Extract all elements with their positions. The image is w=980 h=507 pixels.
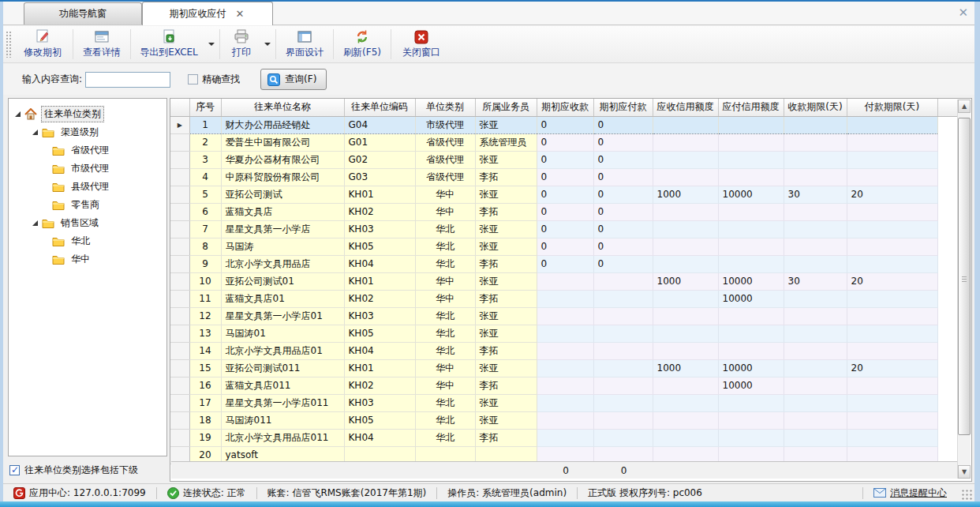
column-header[interactable]: 单位类别 (415, 99, 475, 116)
table-cell[interactable] (537, 359, 593, 377)
tree-node-provincial-agent[interactable]: 省级代理 (9, 141, 166, 160)
table-cell[interactable] (847, 411, 937, 429)
row-indicator[interactable] (170, 377, 189, 394)
table-cell[interactable]: 9 (189, 255, 221, 272)
table-cell[interactable] (718, 168, 784, 186)
table-cell[interactable] (718, 342, 784, 359)
table-cell[interactable] (784, 411, 847, 429)
table-cell[interactable]: 1000 (653, 359, 718, 377)
row-indicator[interactable]: ▶ (170, 116, 189, 133)
table-cell[interactable]: KH04 (344, 429, 415, 446)
table-cell[interactable]: 亚拓公司测试 (221, 186, 344, 203)
table-cell[interactable]: KH01 (344, 186, 415, 203)
table-cell[interactable]: 蓝猫文具店 (221, 203, 344, 220)
table-cell[interactable]: 马国涛011 (221, 411, 344, 429)
row-indicator[interactable] (170, 186, 189, 203)
table-cell[interactable] (718, 429, 784, 446)
table-cell[interactable]: 张亚 (475, 272, 537, 290)
table-cell[interactable]: 30 (784, 272, 847, 290)
table-cell[interactable]: KH01 (344, 359, 415, 377)
column-header[interactable]: 期初应付款 (593, 99, 653, 116)
table-cell[interactable] (718, 411, 784, 429)
table-cell[interactable] (593, 377, 653, 394)
table-cell[interactable] (653, 377, 718, 394)
table-cell[interactable]: 李拓 (475, 377, 537, 394)
table-cell[interactable] (537, 325, 593, 342)
table-cell[interactable] (847, 290, 937, 307)
table-cell[interactable]: 蓝猫文具店01 (221, 290, 344, 307)
message-center-item[interactable]: 消息提醒中心 (862, 487, 957, 499)
row-indicator[interactable] (170, 255, 189, 272)
table-cell[interactable]: KH02 (344, 290, 415, 307)
table-cell[interactable] (718, 307, 784, 325)
print-button[interactable]: 打印 (220, 26, 263, 62)
column-header[interactable]: 应付信用额度 (718, 99, 784, 116)
table-cell[interactable]: 17 (189, 394, 221, 411)
table-cell[interactable]: 10000 (718, 359, 784, 377)
row-indicator[interactable] (170, 220, 189, 238)
table-cell[interactable] (847, 203, 937, 220)
table-cell[interactable]: 李拓 (475, 255, 537, 272)
table-cell[interactable] (784, 151, 847, 168)
column-header[interactable]: 序号 (189, 99, 221, 116)
search-input[interactable] (85, 72, 170, 88)
table-cell[interactable] (718, 255, 784, 272)
table-cell[interactable]: 4 (189, 168, 221, 186)
table-cell[interactable]: 华中 (415, 290, 475, 307)
table-cell[interactable]: 蓝猫文具店011 (221, 377, 344, 394)
table-cell[interactable]: 北京小学文具用品店 (221, 255, 344, 272)
table-cell[interactable] (784, 342, 847, 359)
table-cell[interactable]: 10000 (718, 272, 784, 290)
table-cell[interactable]: KH05 (344, 238, 415, 255)
row-indicator[interactable] (170, 325, 189, 342)
table-cell[interactable]: 华北 (415, 342, 475, 359)
table-cell[interactable]: G02 (344, 151, 415, 168)
table-cell[interactable]: 0 (593, 186, 653, 203)
table-cell[interactable]: 华中 (415, 377, 475, 394)
table-cell[interactable]: 16 (189, 377, 221, 394)
table-cell[interactable] (718, 151, 784, 168)
table-cell[interactable]: 13 (189, 325, 221, 342)
table-cell[interactable] (847, 168, 937, 186)
table-cell[interactable]: G01 (344, 133, 415, 151)
table-cell[interactable]: 李拓 (475, 342, 537, 359)
table-cell[interactable] (784, 255, 847, 272)
table-cell[interactable]: 14 (189, 342, 221, 359)
table-cell[interactable] (653, 290, 718, 307)
table-cell[interactable]: 0 (537, 220, 593, 238)
table-cell[interactable]: 0 (537, 116, 593, 133)
table-cell[interactable]: 3 (189, 151, 221, 168)
table-cell[interactable] (537, 394, 593, 411)
table-cell[interactable] (847, 151, 937, 168)
row-indicator[interactable] (170, 307, 189, 325)
table-cell[interactable] (653, 429, 718, 446)
table-cell[interactable]: 华北 (415, 411, 475, 429)
table-cell[interactable]: 北京小学文具用品店011 (221, 429, 344, 446)
table-cell[interactable] (653, 203, 718, 220)
table-cell[interactable]: 1000 (653, 186, 718, 203)
print-dropdown-caret[interactable] (264, 43, 271, 46)
table-cell[interactable] (718, 116, 784, 133)
table-cell[interactable] (718, 325, 784, 342)
table-cell[interactable] (847, 342, 937, 359)
table-cell[interactable] (784, 307, 847, 325)
table-cell[interactable] (847, 307, 937, 325)
table-cell[interactable] (593, 307, 653, 325)
table-cell[interactable] (784, 238, 847, 255)
table-cell[interactable] (537, 290, 593, 307)
table-row[interactable]: 2爱普生中国有限公司G01省级代理系统管理员00 (170, 133, 958, 151)
tree-node-central-china[interactable]: 华中 (9, 250, 166, 269)
table-cell[interactable]: 省级代理 (415, 133, 475, 151)
modify-initial-button[interactable]: 修改期初 (13, 26, 73, 62)
column-header[interactable]: 所属业务员 (475, 99, 537, 116)
table-cell[interactable]: KH03 (344, 394, 415, 411)
table-cell[interactable]: 华中 (415, 272, 475, 290)
table-cell[interactable]: 星星文具第一小学店01 (221, 307, 344, 325)
table-row[interactable]: 12星星文具第一小学店01KH03华北张亚 (170, 307, 958, 325)
include-sub-level-checkbox[interactable] (9, 465, 20, 475)
table-row[interactable]: 16蓝猫文具店011KH02华中李拓10000 (170, 377, 958, 394)
table-cell[interactable] (847, 238, 937, 255)
table-row[interactable]: 7星星文具第一小学店KH03华北张亚00 (170, 220, 958, 238)
table-cell[interactable] (653, 255, 718, 272)
table-cell[interactable]: 张亚 (475, 307, 537, 325)
